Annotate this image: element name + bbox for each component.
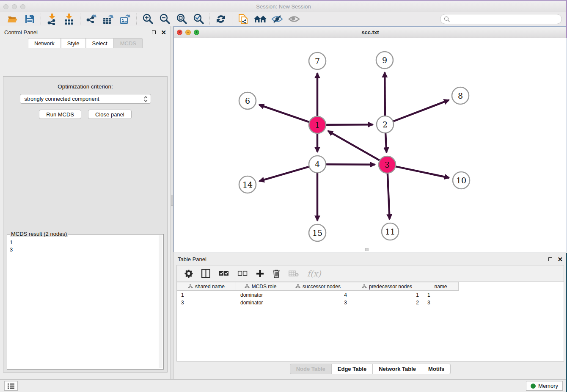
mcds-tab-content: Optimization criterion: strongly connect… [3, 76, 168, 373]
table-cell[interactable]: 1 [177, 292, 236, 298]
save-session-button[interactable] [21, 13, 38, 25]
zoom-in-button[interactable] [139, 13, 156, 25]
close-panel-icon[interactable]: ✕ [161, 29, 166, 36]
tab-motifs[interactable]: Motifs [422, 364, 451, 374]
column-header-successor-nodes[interactable]: successor nodes [285, 282, 351, 291]
export-network-button[interactable] [83, 13, 100, 25]
table-cell[interactable]: 3 [423, 299, 459, 306]
open-session-button[interactable] [4, 13, 21, 25]
export-image-button[interactable] [117, 13, 134, 25]
column-header-label: successor nodes [303, 284, 341, 290]
column-header-shared-name[interactable]: shared name [177, 282, 236, 291]
node-table[interactable]: shared nameMCDS rolesuccessor nodesprede… [176, 282, 564, 362]
tab-network-table[interactable]: Network Table [373, 364, 422, 374]
edge-4-3[interactable] [326, 164, 375, 165]
copy-share-icon [237, 13, 249, 25]
table-row[interactable]: 3dominator323 [177, 299, 564, 306]
search-box[interactable] [440, 14, 562, 24]
first-neighbors-button[interactable] [252, 13, 269, 25]
export-table-button[interactable] [100, 13, 117, 25]
network-window-title: scc.txt [174, 29, 567, 36]
zoom-fit-button[interactable] [173, 13, 190, 25]
import-network-icon [47, 13, 58, 25]
edge-2-3[interactable] [385, 133, 386, 152]
edge-1-6[interactable] [259, 105, 309, 122]
copy-current-style-button[interactable] [235, 13, 252, 25]
show-all-button[interactable] [286, 13, 303, 25]
column-header-name[interactable]: name [423, 282, 459, 291]
criterion-dropdown[interactable]: strongly connected component [20, 94, 151, 104]
splitter-grip[interactable] [171, 195, 173, 206]
edge-3-11[interactable] [388, 174, 390, 219]
control-panel-title: Control Panel [4, 29, 38, 36]
column-view-icon[interactable] [201, 269, 210, 278]
table-cell[interactable]: 1 [423, 292, 459, 298]
network-window-titlebar[interactable]: × − + scc.txt [174, 27, 567, 38]
hide-selected-button[interactable] [269, 13, 286, 25]
node-label-7: 7 [315, 56, 320, 66]
run-mcds-button[interactable]: Run MCDS [39, 110, 81, 119]
zoom-selected-icon [193, 13, 204, 25]
network-canvas[interactable]: 7968124314101511 [174, 38, 567, 252]
memory-label: Memory [538, 383, 558, 389]
float-panel-icon[interactable] [152, 30, 156, 34]
control-tab-style[interactable]: Style [61, 38, 86, 48]
toolbar-separator [41, 14, 41, 25]
edge-4-14[interactable] [259, 167, 309, 181]
column-sort-icon [188, 284, 193, 289]
memory-status-dot [531, 384, 536, 389]
table-panel-header: Table Panel ✕ [173, 253, 567, 265]
network-graph[interactable]: 7968124314101511 [174, 38, 567, 252]
window-resize-grip[interactable] [365, 248, 369, 251]
mcds-result-text[interactable]: 13 [10, 239, 158, 368]
save-floppy-icon [25, 14, 35, 24]
deselect-all-columns-icon[interactable] [237, 271, 248, 276]
delete-table-icon[interactable] [289, 270, 299, 277]
eye-icon [288, 14, 300, 24]
table-cell[interactable]: 3 [285, 299, 351, 306]
column-header-predecessor-nodes[interactable]: predecessor nodes [351, 282, 423, 291]
edge-3-10[interactable] [396, 166, 449, 178]
close-panel-button[interactable]: Close panel [88, 110, 132, 119]
node-label-6: 6 [245, 96, 250, 105]
table-cell[interactable]: 3 [177, 299, 236, 306]
table-cell[interactable]: dominator [236, 299, 285, 306]
control-tab-select[interactable]: Select [86, 38, 114, 48]
search-input[interactable] [452, 16, 561, 22]
table-cell[interactable]: dominator [236, 292, 285, 298]
result-line: 3 [10, 246, 158, 253]
import-table-button[interactable] [61, 13, 77, 25]
edge-1-2[interactable] [326, 124, 373, 125]
result-scrollbar[interactable] [159, 235, 162, 368]
tab-node-table[interactable]: Node Table [290, 364, 332, 374]
add-column-icon[interactable] [256, 270, 264, 278]
edge-3-1[interactable] [328, 131, 380, 160]
column-header-label: name [434, 284, 447, 290]
gear-icon[interactable] [184, 269, 193, 278]
memory-button[interactable]: Memory [526, 381, 563, 391]
task-history-button[interactable] [4, 381, 18, 391]
select-all-columns-icon[interactable] [219, 271, 229, 276]
tab-edge-table[interactable]: Edge Table [332, 364, 373, 374]
delete-column-icon[interactable] [272, 269, 280, 278]
control-tab-mcds[interactable]: MCDS [114, 38, 143, 48]
vertical-splitter[interactable] [171, 26, 173, 379]
optimization-criterion-label: Optimization criterion: [3, 83, 167, 90]
zoom-selected-button[interactable] [190, 13, 207, 25]
close-table-panel-icon[interactable]: ✕ [557, 256, 563, 262]
float-table-panel-icon[interactable] [548, 257, 552, 261]
table-row[interactable]: 1dominator411 [177, 292, 564, 298]
edge-2-8[interactable] [394, 100, 449, 121]
refresh-button[interactable] [212, 13, 229, 25]
import-network-button[interactable] [44, 13, 61, 25]
zoom-out-button[interactable] [156, 13, 173, 25]
column-header-MCDS-role[interactable]: MCDS role [236, 282, 285, 291]
window-titlebar: Session: New Session [0, 1, 567, 12]
table-cell[interactable]: 1 [351, 292, 423, 298]
edge-2-9[interactable] [385, 72, 385, 116]
control-tab-network[interactable]: Network [28, 38, 61, 48]
table-cell[interactable]: 4 [285, 292, 351, 298]
function-builder-icon[interactable]: f(x) [307, 269, 321, 278]
table-panel-title: Table Panel [178, 256, 206, 262]
table-cell[interactable]: 2 [351, 299, 423, 306]
